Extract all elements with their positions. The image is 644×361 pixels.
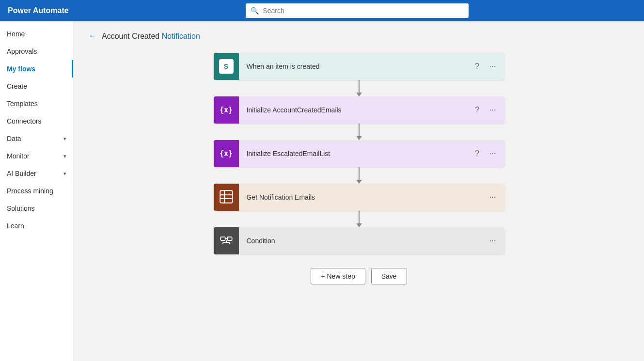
step-label-init1: Initialize AccountCreatedEmails	[239, 106, 471, 114]
more-options-icon[interactable]: ···	[487, 235, 499, 247]
sidebar-item-label: My flows	[7, 65, 35, 73]
sidebar-item-label: Solutions	[7, 204, 35, 212]
sidebar-item-process-mining[interactable]: Process mining	[0, 182, 73, 200]
search-bar[interactable]: 🔍	[246, 3, 469, 18]
svg-rect-0	[220, 190, 232, 203]
step-icon-condition	[214, 227, 239, 254]
connector-line	[359, 211, 360, 223]
breadcrumb: ← Account Created Notification	[88, 31, 629, 41]
sidebar-item-label: Learn	[7, 222, 24, 230]
chevron-down-icon: ▾	[63, 153, 66, 159]
step-actions-init1: ? ···	[471, 104, 504, 116]
connector-arrow	[356, 180, 362, 184]
new-step-button[interactable]: + New step	[311, 268, 365, 284]
save-button[interactable]: Save	[371, 268, 407, 284]
search-icon: 🔍	[251, 7, 259, 15]
table-icon	[220, 190, 233, 205]
connector-arrow	[356, 93, 362, 96]
back-button[interactable]: ←	[88, 31, 97, 41]
sidebar-item-label: Monitor	[7, 152, 30, 160]
search-input[interactable]	[263, 7, 464, 15]
step-actions-condition: ···	[487, 235, 504, 247]
step-icon-sharepoint: S	[214, 53, 239, 80]
step-label-condition: Condition	[239, 237, 487, 245]
sidebar-item-templates[interactable]: Templates	[0, 95, 73, 112]
more-options-icon[interactable]: ···	[487, 148, 499, 159]
help-icon[interactable]: ?	[471, 61, 483, 72]
sidebar-item-label: Home	[7, 30, 25, 38]
sidebar-item-label: Templates	[7, 100, 38, 108]
step-actions-get-emails: ···	[487, 191, 504, 203]
sidebar-item-label: Create	[7, 82, 27, 90]
connector-arrow	[356, 136, 362, 140]
step-icon-table	[214, 184, 239, 211]
sidebar-item-my-flows[interactable]: My flows	[0, 60, 73, 78]
step-actions-trigger: ? ···	[471, 61, 504, 72]
topbar: Power Automate 🔍	[0, 0, 644, 21]
variable-icon: {x}	[220, 106, 233, 114]
connector-line	[359, 80, 360, 93]
sidebar-item-monitor[interactable]: Monitor ▾	[0, 147, 73, 165]
connector-3	[356, 167, 362, 184]
help-icon[interactable]: ?	[471, 148, 483, 159]
sidebar-item-learn[interactable]: Learn	[0, 217, 73, 235]
sidebar-item-home[interactable]: Home	[0, 25, 73, 43]
connector-4	[356, 211, 362, 227]
sidebar-item-data[interactable]: Data ▾	[0, 130, 73, 147]
sidebar-item-solutions[interactable]: Solutions	[0, 200, 73, 217]
step-actions-init2: ? ···	[471, 148, 504, 159]
step-trigger[interactable]: S When an item is created ? ···	[214, 53, 504, 80]
step-init2[interactable]: {x} Initialize EscalatedEmailList ? ···	[214, 140, 504, 167]
sidebar-item-connectors[interactable]: Connectors	[0, 112, 73, 130]
sidebar-item-label: Approvals	[7, 47, 37, 55]
sidebar-item-label: Process mining	[7, 187, 53, 195]
step-label-get-emails: Get Notification Emails	[239, 193, 487, 201]
sidebar-item-create[interactable]: Create	[0, 78, 73, 95]
more-options-icon[interactable]: ···	[487, 104, 499, 116]
flow-canvas: S When an item is created ? ··· {x} Init…	[88, 53, 629, 284]
step-label-trigger: When an item is created	[239, 63, 471, 70]
connector-arrow	[356, 223, 362, 227]
sharepoint-icon: S	[219, 59, 234, 74]
sidebar-item-ai-builder[interactable]: AI Builder ▾	[0, 165, 73, 182]
step-label-init2: Initialize EscalatedEmailList	[239, 150, 471, 157]
connector-line	[359, 124, 360, 136]
sidebar: Home Approvals My flows Create Templates…	[0, 21, 74, 361]
bottom-actions: + New step Save	[311, 268, 407, 284]
variable-icon: {x}	[220, 149, 233, 158]
chevron-down-icon: ▾	[63, 171, 66, 177]
connector-1	[356, 80, 362, 96]
more-options-icon[interactable]: ···	[487, 191, 499, 203]
sidebar-item-label: AI Builder	[7, 170, 36, 177]
step-icon-variable: {x}	[214, 96, 239, 124]
breadcrumb-plain: Account Created	[102, 32, 159, 40]
step-get-emails[interactable]: Get Notification Emails ···	[214, 184, 504, 211]
chevron-down-icon: ▾	[63, 136, 66, 142]
svg-rect-4	[220, 237, 225, 240]
app-title: Power Automate	[8, 6, 69, 15]
connector-line	[359, 167, 360, 180]
more-options-icon[interactable]: ···	[487, 61, 499, 72]
sidebar-item-label: Data	[7, 135, 21, 142]
step-init1[interactable]: {x} Initialize AccountCreatedEmails ? ··…	[214, 96, 504, 124]
content-area: ← Account Created Notification S When an…	[74, 21, 644, 361]
svg-rect-5	[227, 237, 232, 240]
step-condition[interactable]: Condition ···	[214, 227, 504, 254]
condition-icon	[220, 234, 233, 249]
step-icon-variable2: {x}	[214, 140, 239, 167]
connector-2	[356, 124, 362, 140]
help-icon[interactable]: ?	[471, 104, 483, 116]
breadcrumb-highlight: Notification	[162, 32, 200, 40]
main-layout: Home Approvals My flows Create Templates…	[0, 21, 644, 361]
sidebar-item-label: Connectors	[7, 117, 42, 125]
breadcrumb-text: Account Created Notification	[102, 32, 200, 41]
sidebar-item-approvals[interactable]: Approvals	[0, 43, 73, 60]
